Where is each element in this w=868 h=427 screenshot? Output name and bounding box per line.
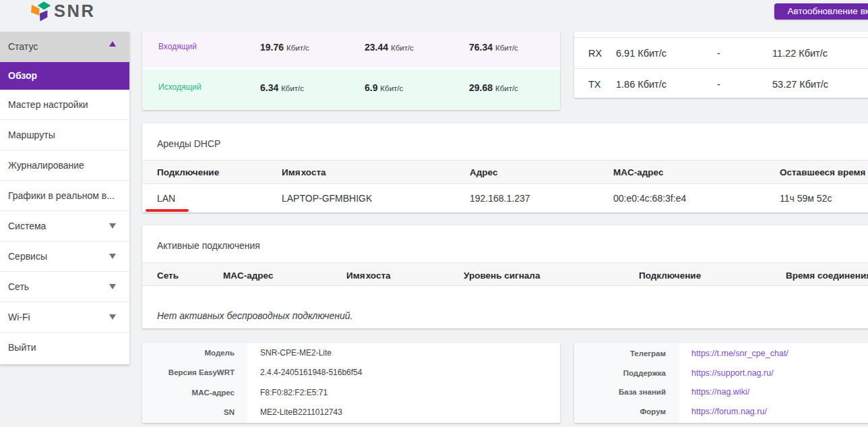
svg-text:SNR: SNR bbox=[54, 1, 96, 20]
